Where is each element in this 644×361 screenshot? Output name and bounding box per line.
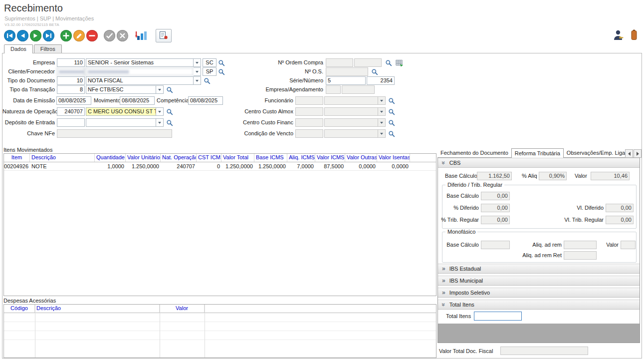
chave-nfe-field[interactable]: [57, 129, 172, 138]
diferido-base-calculo-field[interactable]: 0,00: [481, 192, 510, 200]
vl-trib-regular-field[interactable]: 0,00: [606, 216, 634, 224]
cond-vencto-code-field[interactable]: [295, 129, 323, 138]
serie-field[interactable]: 5: [326, 76, 366, 85]
edit-record-button[interactable]: [73, 30, 85, 41]
tipo-transacao-code-field[interactable]: 8: [57, 85, 85, 94]
empresa-agendamento-field-2[interactable]: [342, 85, 375, 94]
cc-financ-name-field[interactable]: [324, 118, 378, 127]
natureza-name-field[interactable]: C MERC USO CONSU ST TRIB: [86, 107, 156, 116]
cancel-button[interactable]: [117, 30, 128, 41]
cc-almox-code-field[interactable]: [295, 107, 323, 116]
os-field[interactable]: [326, 67, 368, 76]
natureza-lookup-button[interactable]: [166, 108, 174, 116]
ordem-compra-field-2[interactable]: [354, 58, 382, 67]
natureza-dropdown-button[interactable]: [156, 107, 164, 116]
nav-first-button[interactable]: [4, 30, 15, 41]
column-header-valor-outras[interactable]: Valor Outras: [345, 154, 377, 162]
deposito-code-field[interactable]: [57, 118, 85, 127]
numero-field[interactable]: 2354: [367, 76, 395, 85]
table-row[interactable]: [4, 313, 436, 322]
nav-next-button[interactable]: [30, 30, 41, 41]
ordem-compra-field-1[interactable]: [326, 58, 353, 67]
column-header-valor-isentas[interactable]: Valor Isentas: [377, 154, 410, 162]
column-header-aliq-icms[interactable]: Aliq. ICMS: [287, 154, 315, 162]
cc-almox-dropdown-button[interactable]: [378, 107, 386, 116]
tipo-transacao-name-field[interactable]: NFe CTB/ESC: [86, 85, 156, 94]
tipo-documento-dropdown-button[interactable]: [194, 76, 201, 85]
cliente-code-field[interactable]: xxxxxxxxxx: [57, 67, 85, 76]
column-header-codigo[interactable]: Código: [4, 305, 35, 313]
ordem-compra-grid-button[interactable]: [395, 59, 403, 67]
tipo-documento-name-field[interactable]: NOTA FISCAL: [86, 76, 194, 85]
toolbar-extra-button[interactable]: [156, 29, 172, 42]
user-permissions-button[interactable]: [613, 29, 624, 41]
funcionario-code-field[interactable]: [295, 96, 323, 105]
cond-vencto-lookup-button[interactable]: [388, 130, 396, 138]
empresa-dropdown-button[interactable]: [194, 58, 201, 67]
tab-observacoes-emp-ligada[interactable]: Observações/Emp. Ligada: [564, 149, 635, 157]
column-header-cst-icms[interactable]: CST ICMS: [197, 154, 221, 162]
tab-fechamento-documento[interactable]: Fechamento do Documento: [437, 149, 511, 157]
cliente-dropdown-button[interactable]: [194, 67, 201, 76]
empresa-name-field[interactable]: SENIOR - Senior Sistemas: [86, 58, 194, 67]
confirm-button[interactable]: [104, 30, 115, 41]
vl-diferido-field[interactable]: 0,00: [606, 204, 634, 212]
cbs-base-calculo-field[interactable]: 1.162,50: [477, 172, 512, 180]
funcionario-name-field[interactable]: [324, 96, 378, 105]
logout-button[interactable]: [630, 29, 638, 41]
cc-almox-lookup-button[interactable]: [388, 108, 396, 116]
itens-grid[interactable]: Item Descrição Quantidade Valor Unitário…: [3, 153, 436, 296]
tab-scroll-left-button[interactable]: [625, 149, 633, 158]
empresa-code-field[interactable]: 110: [57, 58, 85, 67]
natureza-code-field[interactable]: 240707: [57, 107, 85, 116]
column-header-descricao[interactable]: Descrição: [30, 154, 95, 162]
imposto-seletivo-section-header[interactable]: » Imposto Seletivo: [438, 288, 640, 298]
cbs-section-header[interactable]: » CBS: [438, 158, 640, 168]
tipo-transacao-lookup-button[interactable]: [166, 86, 174, 94]
valor-total-doc-field[interactable]: [500, 347, 588, 355]
despesas-grid[interactable]: Código Descrição Valor: [3, 304, 436, 358]
ibs-municipal-section-header[interactable]: » IBS Municipal: [438, 276, 640, 286]
table-row[interactable]: [4, 322, 436, 331]
chart-button[interactable]: [134, 29, 149, 41]
cc-financ-lookup-button[interactable]: [388, 119, 396, 127]
mono-valor-field[interactable]: [621, 241, 636, 249]
delete-record-button[interactable]: [86, 30, 98, 41]
funcionario-dropdown-button[interactable]: [378, 96, 386, 105]
data-emissao-field[interactable]: 08/08/2025: [56, 96, 91, 105]
movimento-field[interactable]: 08/08/2025: [120, 96, 155, 105]
deposito-name-field[interactable]: [86, 118, 156, 127]
column-header-valor-total[interactable]: Valor Total: [221, 154, 254, 162]
tab-filtros[interactable]: Filtros: [34, 44, 62, 53]
deposito-lookup-button[interactable]: [166, 119, 174, 127]
ibs-estadual-section-header[interactable]: » IBS Estadual: [438, 264, 640, 274]
column-header-valor[interactable]: Valor: [160, 305, 205, 313]
table-row[interactable]: 900204926 NOTE 1,0000 1.250,0000 240707 …: [4, 162, 436, 171]
cc-financ-code-field[interactable]: [295, 118, 323, 127]
total-itens-section-header[interactable]: » Total Itens: [438, 300, 640, 310]
nav-prev-button[interactable]: [17, 30, 28, 41]
funcionario-lookup-button[interactable]: [388, 97, 396, 105]
tipo-documento-lookup-button[interactable]: [203, 77, 211, 85]
column-header-valor-unitario[interactable]: Valor Unitário: [126, 154, 161, 162]
cliente-name-field[interactable]: xxxxxxxxxxxxxxx: [86, 67, 194, 76]
empresa-uf-field[interactable]: SC: [203, 58, 216, 67]
tipo-documento-code-field[interactable]: 10: [57, 76, 85, 85]
cond-vencto-name-field[interactable]: [324, 129, 378, 138]
os-lookup-button[interactable]: [371, 68, 379, 76]
deposito-dropdown-button[interactable]: [156, 118, 164, 127]
column-header-valor-icms[interactable]: Valor ICMS: [315, 154, 345, 162]
pct-trib-regular-field[interactable]: 0,00: [481, 216, 510, 224]
pct-diferido-field[interactable]: 0,00: [481, 204, 510, 212]
mono-base-calculo-field[interactable]: [481, 241, 510, 249]
column-header-nat-operacao[interactable]: Nat. Operação: [161, 154, 197, 162]
column-header-descricao[interactable]: Descrição: [35, 305, 160, 313]
nav-last-button[interactable]: [43, 30, 54, 41]
empresa-agendamento-field-1[interactable]: [326, 85, 341, 94]
cbs-valor-field[interactable]: 10,46: [591, 172, 630, 180]
cc-almox-name-field[interactable]: [324, 107, 378, 116]
cond-vencto-dropdown-button[interactable]: [378, 129, 386, 138]
aliq-ad-rem-field[interactable]: [564, 241, 597, 249]
table-row[interactable]: [4, 331, 436, 340]
tab-scroll-right-button[interactable]: [634, 149, 642, 158]
